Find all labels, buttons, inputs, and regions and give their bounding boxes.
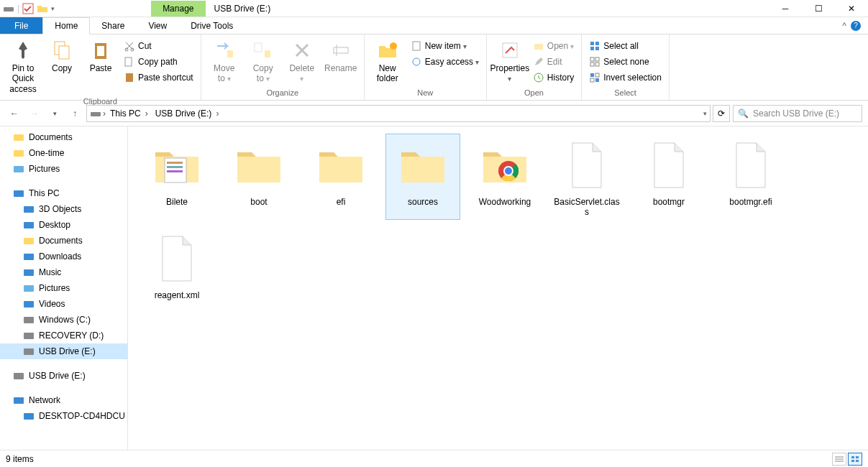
edit-button[interactable]: Edit (530, 55, 577, 69)
navigation-tree[interactable]: DocumentsOne-timePicturesThis PC3D Objec… (0, 126, 128, 450)
svg-rect-40 (24, 238, 34, 244)
file-label: bootmgr (653, 197, 685, 207)
qat-checkbox-icon[interactable] (22, 3, 34, 14)
file-item[interactable]: bootmgr.efi (713, 134, 788, 220)
easy-access-button[interactable]: Easy access (408, 55, 482, 69)
tree-label: Videos (39, 299, 65, 309)
item-count: 9 items (6, 454, 34, 464)
back-button[interactable]: ← (6, 105, 23, 122)
tree-item[interactable]: 3D Objects (0, 201, 127, 217)
copy-to-button[interactable]: Copy to (245, 36, 282, 87)
tree-item[interactable]: RECOVERY (D:) (0, 328, 127, 343)
svg-rect-28 (595, 63, 599, 66)
tree-item[interactable]: Windows (C:) (0, 312, 127, 328)
file-list[interactable]: BiletebootefisourcesWoodworkingBasicServ… (128, 126, 868, 450)
file-item[interactable]: reagent.xml (140, 227, 214, 303)
file-item[interactable]: Bilete (140, 134, 214, 220)
file-item[interactable]: efi (303, 134, 378, 220)
tree-item[interactable]: One-time (0, 145, 127, 161)
copy-button[interactable]: Copy (43, 36, 81, 76)
tree-item[interactable]: USB Drive (E:) (0, 368, 127, 384)
svg-rect-22 (595, 42, 599, 45)
move-to-button[interactable]: Move to (206, 36, 243, 87)
svg-rect-33 (91, 112, 101, 116)
tree-item[interactable]: Documents (0, 233, 127, 249)
file-item[interactable]: Woodworking (467, 134, 542, 220)
tree-label: 3D Objects (39, 204, 81, 214)
tab-home[interactable]: Home (42, 17, 90, 34)
ribbon-collapse-icon[interactable]: ^ (842, 21, 846, 31)
ribbon-group-clipboard: Pin to Quick access Copy Paste Cut Copy … (0, 34, 201, 100)
tab-view[interactable]: View (137, 17, 179, 34)
recent-dropdown[interactable]: ▾ (46, 105, 63, 122)
copy-path-button[interactable]: Copy path (121, 55, 196, 69)
select-none-button[interactable]: Select none (586, 55, 664, 69)
svg-rect-42 (24, 269, 34, 276)
svg-point-15 (390, 42, 397, 50)
address-dropdown-icon[interactable]: ▾ (703, 110, 707, 117)
qat-folder-icon[interactable] (37, 3, 48, 14)
select-all-button[interactable]: Select all (586, 39, 664, 53)
svg-rect-47 (24, 348, 34, 355)
rename-button[interactable]: Rename (322, 36, 360, 76)
tree-item[interactable]: USB Drive (E:) (0, 343, 127, 359)
paste-button[interactable]: Paste (82, 36, 119, 76)
close-button[interactable]: ✕ (835, 0, 868, 17)
cut-button[interactable]: Cut (121, 39, 196, 53)
properties-button[interactable]: Properties (491, 36, 529, 87)
icons-view-button[interactable] (848, 453, 862, 466)
svg-rect-32 (590, 78, 594, 82)
svg-rect-3 (59, 46, 69, 59)
breadcrumb-segment[interactable]: This PC (107, 108, 151, 119)
refresh-button[interactable]: ⟳ (713, 105, 730, 122)
search-box[interactable]: 🔍 Search USB Drive (E:) (733, 105, 862, 122)
file-label: boot (250, 197, 267, 207)
invert-selection-button[interactable]: Invert selection (586, 70, 664, 85)
up-button[interactable]: ↑ (66, 105, 83, 122)
history-button[interactable]: History (530, 70, 577, 85)
paste-shortcut-button[interactable]: Paste shortcut (121, 70, 196, 85)
tree-item[interactable]: Downloads (0, 249, 127, 264)
tree-item[interactable]: Documents (0, 129, 127, 145)
svg-rect-9 (126, 73, 133, 82)
help-icon[interactable]: ? (851, 21, 861, 31)
details-view-button[interactable] (832, 453, 846, 466)
svg-rect-63 (851, 456, 854, 458)
pin-quick-access-button[interactable]: Pin to Quick access (4, 36, 42, 97)
tree-item[interactable]: Music (0, 264, 127, 280)
tree-item[interactable]: Pictures (0, 280, 127, 296)
address-bar[interactable]: › This PC USB Drive (E:) ▾ (86, 105, 711, 122)
tree-item[interactable]: This PC (0, 185, 127, 201)
tree-label: DESKTOP-CD4HDCU (39, 411, 125, 421)
file-item[interactable]: sources (385, 134, 460, 220)
main-area: DocumentsOne-timePicturesThis PC3D Objec… (0, 126, 868, 450)
new-item-button[interactable]: New item (408, 39, 482, 53)
tree-item[interactable]: Videos (0, 296, 127, 312)
tab-share[interactable]: Share (90, 17, 137, 34)
new-folder-button[interactable]: New folder (369, 36, 406, 87)
tab-drive-tools[interactable]: Drive Tools (179, 17, 245, 34)
maximize-button[interactable]: ☐ (802, 0, 835, 17)
tree-label: Pictures (29, 164, 60, 174)
folder-icon (394, 137, 452, 194)
tree-item[interactable]: Network (0, 392, 127, 408)
forward-button[interactable]: → (26, 105, 43, 122)
file-item[interactable]: bootmgr (631, 134, 706, 220)
file-item[interactable]: boot (221, 134, 296, 220)
svg-rect-24 (595, 47, 599, 50)
svg-rect-37 (14, 190, 24, 197)
file-item[interactable]: BasicServlet.class (549, 134, 624, 220)
tree-item[interactable]: Desktop (0, 217, 127, 233)
delete-button[interactable]: Delete (283, 36, 321, 87)
tree-item[interactable]: DESKTOP-CD4HDCU (0, 408, 127, 424)
minimize-button[interactable]: ─ (769, 0, 802, 17)
breadcrumb-segment[interactable]: USB Drive (E:) (152, 108, 222, 119)
qat-dropdown-icon[interactable]: ▾ (51, 5, 55, 12)
open-button[interactable]: Open (530, 39, 577, 53)
search-icon: 🔍 (738, 108, 749, 119)
tree-item[interactable]: Pictures (0, 161, 127, 177)
tab-file[interactable]: File (0, 17, 42, 34)
svg-rect-29 (590, 73, 594, 77)
manage-context-tab[interactable]: Manage (151, 1, 205, 17)
tree-label: Desktop (39, 220, 70, 230)
